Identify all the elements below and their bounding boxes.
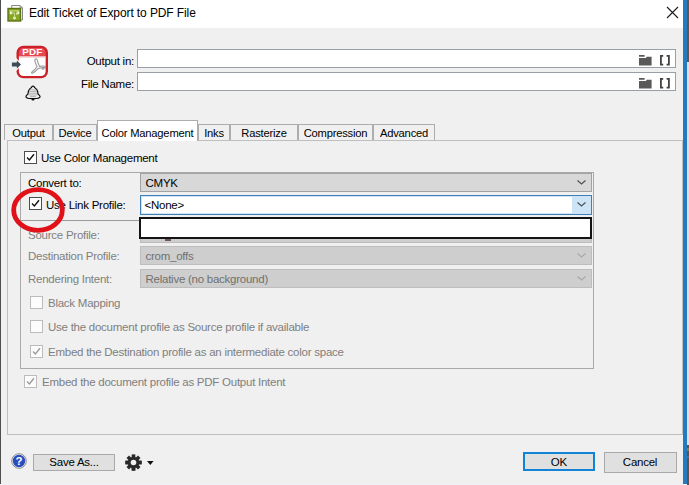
svg-text:PDF: PDF bbox=[22, 46, 42, 57]
svg-text:?: ? bbox=[15, 455, 22, 467]
